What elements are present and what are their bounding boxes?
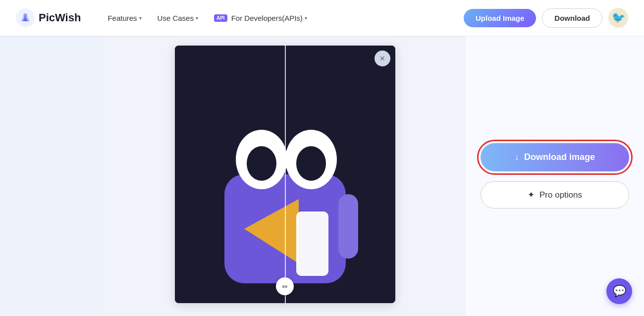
download-image-button[interactable]: ↓ Download image <box>481 143 629 171</box>
close-icon: ✕ <box>379 54 385 62</box>
pro-options-icon: ✦ <box>528 190 535 200</box>
upload-image-button[interactable]: Upload Image <box>464 9 536 27</box>
download-image-label: Download image <box>524 152 595 162</box>
nav-use-cases[interactable]: Use Cases ▾ <box>151 10 205 26</box>
header: PicWish Features ▾ Use Cases ▾ API For D… <box>0 0 644 36</box>
avatar[interactable]: 🐦 <box>608 8 628 28</box>
chat-icon: 💬 <box>613 285 626 298</box>
api-badge: API <box>214 14 227 22</box>
right-panel: ↓ Download image ✦ Pro options <box>466 36 644 316</box>
header-actions: Upload Image Download 🐦 <box>464 8 628 28</box>
chevron-down-icon: ▾ <box>139 15 142 21</box>
nav-features[interactable]: Features ▾ <box>101 10 148 26</box>
logo-text: PicWish <box>39 11 81 24</box>
svg-point-7 <box>296 146 326 181</box>
download-button[interactable]: Download <box>542 8 602 28</box>
svg-point-1 <box>23 13 27 17</box>
logo[interactable]: PicWish <box>16 8 81 27</box>
logo-icon <box>16 8 35 27</box>
chevron-down-icon: ▾ <box>305 15 307 21</box>
nav-developers[interactable]: API For Developers(APIs) ▾ <box>207 10 314 26</box>
main-content: ✕ <box>0 36 644 316</box>
chevron-down-icon: ▾ <box>196 15 198 21</box>
center-content: ✕ <box>104 36 466 316</box>
left-sidebar <box>0 36 104 316</box>
compare-handle[interactable]: ⇔ <box>276 277 294 295</box>
pro-options-button[interactable]: ✦ Pro options <box>481 181 629 209</box>
compare-handle-icon: ⇔ <box>282 282 288 290</box>
compare-divider <box>285 46 286 303</box>
svg-rect-10 <box>338 194 358 259</box>
close-button[interactable]: ✕ <box>375 51 390 66</box>
svg-rect-9 <box>296 211 328 276</box>
image-compare-container: ⇔ <box>175 46 395 303</box>
svg-point-6 <box>247 146 276 181</box>
main-nav: Features ▾ Use Cases ▾ API For Developer… <box>101 10 464 26</box>
download-icon: ↓ <box>515 152 519 162</box>
chat-widget[interactable]: 💬 <box>606 278 632 304</box>
pro-options-label: Pro options <box>539 190 582 200</box>
